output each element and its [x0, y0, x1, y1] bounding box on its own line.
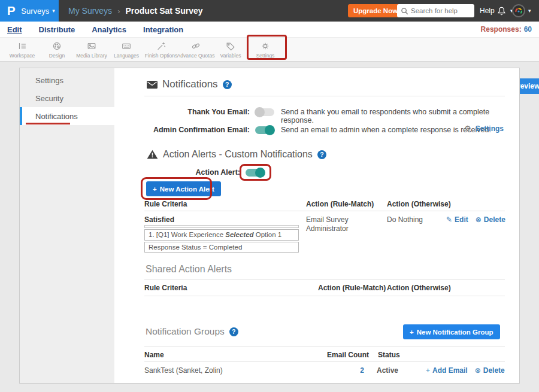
tab-distribute[interactable]: Distribute: [39, 25, 75, 34]
questionpro-logo: P: [7, 5, 16, 17]
new-action-alert-button[interactable]: + New Action Alert: [146, 181, 221, 196]
col-rule-criteria: Rule Criteria: [144, 200, 187, 208]
action-otherwise-value: Do Nothing: [387, 215, 423, 224]
avatar: [512, 4, 525, 17]
col-name: Name: [144, 351, 164, 359]
criteria-row-2[interactable]: Response Status = Completed: [144, 242, 299, 253]
sidebar-item-security[interactable]: Security: [20, 89, 114, 107]
breadcrumb-separator-icon: ›: [117, 7, 120, 16]
col-action-rule-match: Action (Rule-Match): [306, 200, 374, 208]
notifications-bell[interactable]: ▾: [496, 0, 513, 22]
upgrade-now-button[interactable]: Upgrade Now: [348, 4, 403, 17]
breadcrumb-parent[interactable]: My Surveys: [68, 6, 112, 16]
col-action-rule-match: Action (Rule-Match): [318, 284, 386, 292]
add-email-link[interactable]: + Add Email: [426, 366, 468, 375]
gear-icon: [260, 41, 271, 51]
plus-icon: +: [153, 186, 157, 193]
action-alert-toggle[interactable]: [246, 169, 265, 177]
plus-icon: +: [426, 366, 430, 375]
annotation-notifications-underline: [26, 123, 70, 124]
chevron-down-icon: ▾: [528, 8, 531, 14]
breadcrumb-current: Product Sat Survey: [125, 6, 202, 16]
delete-group-link[interactable]: ⊗ Delete: [475, 366, 505, 375]
criteria-group-strip: [144, 225, 299, 228]
help-question-icon[interactable]: ?: [317, 150, 326, 159]
notifications-section-title: Notifications ?: [147, 78, 232, 90]
bell-icon: [496, 5, 507, 17]
col-email-count: Email Count: [327, 351, 369, 359]
thank-you-email-toggle[interactable]: [255, 108, 274, 116]
help-search[interactable]: [397, 4, 474, 17]
group-status-badge[interactable]: Active: [377, 366, 398, 375]
tab-analytics[interactable]: Analytics: [92, 25, 126, 34]
primary-nav: Edit Distribute Analytics Integration Re…: [0, 22, 539, 37]
action-alert-label: Action Alert:: [146, 168, 240, 177]
pencil-icon: ✎: [446, 215, 452, 224]
chain-link-icon: [190, 41, 201, 51]
survey-toolbar: Workspace Design Media Library Languages…: [0, 37, 539, 62]
chevron-down-icon: ▾: [52, 8, 55, 14]
search-input[interactable]: [411, 7, 471, 14]
group-email-count[interactable]: 2: [343, 366, 364, 375]
col-action-otherwise: Action (Otherwise): [387, 284, 451, 292]
group-name: SankTest (Sanket, Zolin): [144, 366, 223, 375]
gear-icon: ⚙: [464, 124, 471, 133]
search-icon: [401, 7, 408, 15]
thank-you-email-description: Send a thank you email to respondents wh…: [281, 108, 519, 124]
help-question-icon[interactable]: ?: [223, 80, 232, 89]
delete-circle-icon: ⊗: [475, 366, 481, 375]
toolbar-workspace[interactable]: Workspace: [5, 38, 40, 62]
breadcrumb: My Surveys › Product Sat Survey: [68, 0, 203, 22]
thank-you-email-label: Thank You Email:: [144, 108, 250, 116]
alert-status: Satisfied: [144, 215, 174, 224]
toolbar-advance-quotas[interactable]: Advance Quotas: [178, 38, 213, 62]
envelope-icon: [147, 81, 158, 89]
notification-groups-title: Notification Groups ?: [146, 326, 238, 337]
toolbar-media-library[interactable]: Media Library: [74, 38, 109, 62]
shared-alerts-title: Shared Action Alerts: [146, 264, 232, 275]
toolbar-settings[interactable]: Settings: [248, 38, 283, 62]
toolbar-languages[interactable]: Languages: [109, 38, 144, 62]
settings-panel: Settings Security Notifications Notifica…: [19, 68, 520, 384]
app-logo-menu[interactable]: P Surveys ▾: [0, 0, 59, 22]
responses-value: 60: [524, 25, 532, 34]
image-icon: [86, 41, 97, 51]
col-rule-criteria: Rule Criteria: [144, 284, 187, 292]
divider: [144, 361, 505, 362]
divider: [144, 296, 505, 296]
tag-icon: [225, 41, 236, 51]
account-menu[interactable]: ▾: [512, 0, 531, 22]
workspace-icon: [17, 41, 28, 51]
edit-alert-link[interactable]: ✎ Edit: [446, 215, 468, 224]
action-rule-match-value: Email Survey Administrator: [306, 215, 366, 233]
divider: [144, 96, 505, 96]
palette-icon: [52, 41, 62, 51]
col-status: Status: [378, 351, 400, 359]
col-action-otherwise: Action (Otherwise): [387, 200, 451, 208]
tab-integration[interactable]: Integration: [143, 25, 183, 34]
group-row-actions: + Add Email ⊗ Delete: [426, 366, 505, 375]
responses-counter[interactable]: Responses: 60: [481, 22, 532, 37]
warning-icon: [147, 150, 158, 159]
help-link[interactable]: Help: [480, 0, 495, 22]
admin-email-label: Admin Confirmation Email:: [144, 126, 250, 134]
sidebar-item-notifications[interactable]: Notifications: [20, 107, 114, 125]
surveys-menu-label: Surveys: [21, 7, 49, 16]
keyboard-icon: [121, 41, 132, 51]
admin-email-settings-link[interactable]: ⚙ Settings: [464, 124, 504, 133]
settings-sidebar: Settings Security Notifications: [20, 68, 114, 383]
admin-email-description: Send an email to admin when a complete r…: [281, 126, 491, 134]
toolbar-design[interactable]: Design: [40, 38, 74, 62]
toolbar-variables[interactable]: Variables: [213, 38, 248, 62]
toolbar-finish-options[interactable]: Finish Options: [144, 38, 178, 62]
criteria-row-1[interactable]: 1. [Q1] Work Experience Selected Option …: [144, 229, 299, 241]
new-notification-group-button[interactable]: + New Notification Group: [403, 324, 500, 339]
action-alerts-section-title: Action Alerts - Custom Notifications ?: [147, 149, 326, 160]
top-bar: P Surveys ▾ My Surveys › Product Sat Sur…: [0, 0, 539, 22]
delete-alert-link[interactable]: ⊗ Delete: [476, 215, 505, 224]
admin-email-toggle[interactable]: [255, 126, 274, 134]
divider: [144, 211, 505, 211]
help-question-icon[interactable]: ?: [229, 327, 238, 336]
tab-edit[interactable]: Edit: [7, 25, 22, 34]
sidebar-item-settings[interactable]: Settings: [20, 71, 114, 89]
